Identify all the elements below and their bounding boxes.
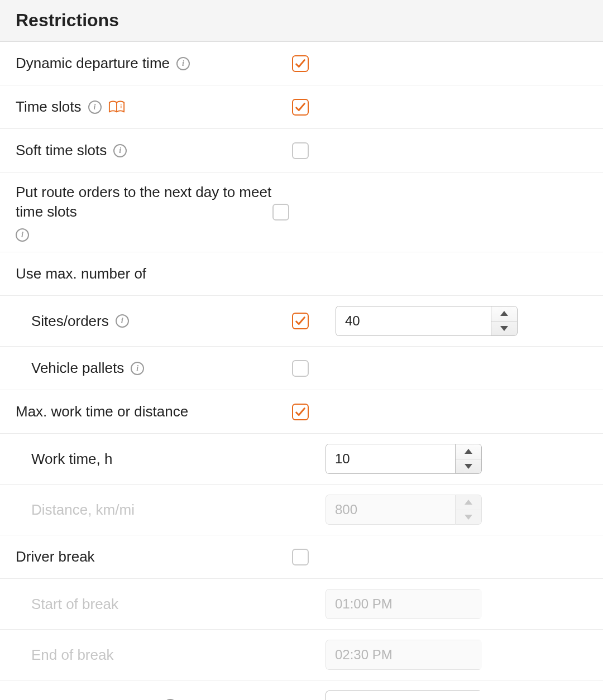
label-text: Time slots xyxy=(16,97,82,117)
distance-stepper xyxy=(455,495,482,525)
book-icon[interactable]: i xyxy=(108,100,125,114)
step-down-button xyxy=(456,510,481,525)
work-time-stepper xyxy=(455,444,482,474)
row-max-work: Max. work time or distance xyxy=(0,390,603,434)
distance-numbox xyxy=(326,495,482,525)
step-down-button[interactable] xyxy=(456,459,481,474)
settings-list: Dynamic departure time i Time slots i xyxy=(0,42,603,700)
label: Time slots i i xyxy=(16,97,292,117)
label: Load/Unload time min i xyxy=(16,696,292,700)
chevron-up-icon xyxy=(465,449,472,454)
label: Max. work time or distance xyxy=(16,402,292,421)
work-time-input[interactable] xyxy=(326,444,455,474)
label-text: Max. work time or distance xyxy=(16,402,188,421)
row-start-break: Start of break xyxy=(0,579,603,630)
info-icon[interactable]: i xyxy=(16,228,29,242)
label-text: Start of break xyxy=(31,594,118,614)
dynamic-departure-checkbox[interactable] xyxy=(292,55,309,72)
work-time-numbox xyxy=(326,444,482,474)
row-time-slots: Time slots i i xyxy=(0,85,603,129)
panel-header: Restrictions xyxy=(0,0,603,42)
info-icon[interactable]: i xyxy=(88,100,102,114)
label-text: Driver break xyxy=(16,547,95,567)
time-slots-checkbox[interactable] xyxy=(292,99,309,116)
sites-orders-checkbox[interactable] xyxy=(292,313,309,329)
label-text: Work time, h xyxy=(31,449,112,469)
row-sites-orders: Sites/orders i xyxy=(0,296,603,347)
label: End of break xyxy=(16,645,292,665)
label-text: Soft time slots xyxy=(16,141,107,160)
svg-text:i: i xyxy=(120,103,122,109)
max-work-checkbox[interactable] xyxy=(292,404,309,420)
sites-orders-stepper xyxy=(491,306,518,336)
load-unload-input[interactable] xyxy=(326,691,482,700)
chevron-down-icon xyxy=(500,326,508,331)
soft-time-slots-checkbox[interactable] xyxy=(292,142,309,159)
row-load-unload: Load/Unload time min i xyxy=(0,680,603,700)
row-next-day: Put route orders to the next day to meet… xyxy=(0,172,603,252)
end-break-timebox xyxy=(326,640,482,670)
chevron-down-icon xyxy=(465,464,472,469)
row-driver-break: Driver break xyxy=(0,535,603,579)
label-text: Use max. number of xyxy=(16,264,146,284)
end-break-input xyxy=(326,640,482,670)
label: Start of break xyxy=(16,594,292,614)
label: Distance, km/mi xyxy=(16,500,292,520)
info-icon[interactable]: i xyxy=(131,362,144,375)
label: Driver break xyxy=(16,547,292,567)
restrictions-panel: Restrictions Dynamic departure time i Ti… xyxy=(0,0,603,700)
chevron-up-icon xyxy=(465,500,472,505)
label-text: End of break xyxy=(31,645,113,665)
distance-input xyxy=(326,495,455,525)
start-break-input xyxy=(326,589,482,619)
load-unload-timebox xyxy=(326,691,482,700)
label: Vehicle pallets i xyxy=(16,358,292,378)
info-icon[interactable]: i xyxy=(116,314,129,328)
label: Work time, h xyxy=(16,449,292,469)
label-text: Put route orders to the next day to meet… xyxy=(16,183,272,222)
driver-break-checkbox[interactable] xyxy=(292,549,309,565)
sites-orders-input[interactable] xyxy=(336,306,491,336)
label-text: Vehicle pallets xyxy=(31,358,124,378)
step-down-button[interactable] xyxy=(491,321,517,336)
row-use-max: Use max. number of xyxy=(0,252,603,296)
label-text: Sites/orders xyxy=(31,311,109,331)
label: Soft time slots i xyxy=(16,141,292,160)
label-text: Load/Unload time min xyxy=(16,696,157,700)
step-up-button xyxy=(456,495,481,510)
row-distance: Distance, km/mi xyxy=(0,485,603,535)
page-title: Restrictions xyxy=(16,10,587,31)
row-work-time: Work time, h xyxy=(0,434,603,485)
label: Put route orders to the next day to meet… xyxy=(16,183,272,242)
info-icon[interactable]: i xyxy=(176,57,190,70)
sites-orders-numbox xyxy=(336,306,518,336)
info-icon[interactable]: i xyxy=(113,144,127,157)
next-day-checkbox[interactable] xyxy=(272,204,289,220)
vehicle-pallets-checkbox[interactable] xyxy=(292,360,309,377)
step-up-button[interactable] xyxy=(491,306,517,321)
chevron-down-icon xyxy=(465,515,472,520)
chevron-up-icon xyxy=(500,311,508,316)
label: Dynamic departure time i xyxy=(16,54,292,73)
row-soft-time-slots: Soft time slots i xyxy=(0,129,603,172)
label: Use max. number of xyxy=(16,264,292,284)
label-text: Distance, km/mi xyxy=(31,500,135,520)
label: Sites/orders i xyxy=(16,311,292,331)
step-up-button[interactable] xyxy=(456,444,481,459)
start-break-timebox xyxy=(326,589,482,619)
row-vehicle-pallets: Vehicle pallets i xyxy=(0,347,603,390)
row-end-break: End of break xyxy=(0,630,603,680)
label-text: Dynamic departure time xyxy=(16,54,170,73)
row-dynamic-departure: Dynamic departure time i xyxy=(0,42,603,85)
